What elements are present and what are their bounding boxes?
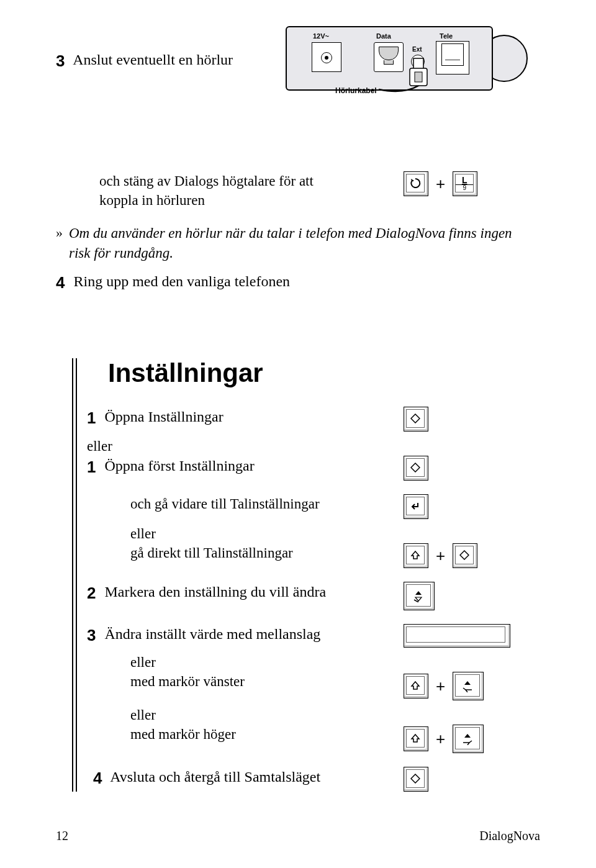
diamond-icon [459,550,469,560]
plus-icon: + [436,730,445,749]
step3-title: Anslut eventuellt en hörlur [73,52,233,68]
enter-icon [410,500,421,512]
space-key [404,624,510,648]
or-2: eller [130,524,540,543]
step3-desc-l1: och stäng av Dialogs högtalare för att [99,171,404,191]
note-text: Om du använder en hörlur när du talar i … [69,224,528,262]
s4-text: Avsluta och återgå till Samtalsläget [110,769,320,785]
cable-label: Hörlurkabel [335,86,377,95]
step3-num: 3 [56,50,65,72]
diamond-key-2 [404,456,428,481]
step3-desc-l2: koppla in hörluren [99,191,404,210]
l9-key: L 9 [453,171,477,196]
shift-key-3 [404,726,428,751]
port-12v [312,42,341,72]
loop-icon [410,178,421,189]
up-left-icon [461,679,474,692]
s2-text: Markera den inställning du vill ändra [104,584,326,600]
or-3: eller [130,653,540,672]
shift-icon [410,550,420,560]
step4-text: Ring upp med den vanliga telefonen [73,273,290,289]
down-right-icon [412,589,425,602]
down-right-icon [461,731,474,745]
step4-num: 4 [56,271,65,294]
port-ext-label: Ext [412,46,422,53]
enter-key [404,494,428,519]
s3b-text: med markör vänster [130,672,404,691]
diamond-key [404,407,428,432]
s4-num: 4 [93,767,102,789]
s3c-text: med markör höger [130,725,404,744]
cable-plug: Hörlurkabel [397,63,522,115]
down-key [404,582,435,610]
section-heading: Inställningar [108,358,540,388]
diamond-icon [410,463,420,472]
loop-key [404,171,428,196]
shift-key-2 [404,674,428,698]
port-data-label: Data [376,32,391,40]
s1-num: 1 [87,407,96,429]
diamond-key-3 [453,543,477,568]
diamond-icon [410,414,420,423]
note-chevron: » [56,224,63,262]
s1b-text: Öppna först Inställningar [104,458,254,474]
plus-icon: + [436,174,445,194]
svg-rect-2 [415,72,422,82]
plus-icon: + [436,546,445,566]
shift-icon [410,733,420,743]
shift-icon [410,680,420,690]
diamond-key-4 [404,767,428,792]
shift-key [404,543,428,568]
diamond-icon [410,774,420,784]
s1-text: Öppna Inställningar [104,409,223,425]
plus-icon: + [436,677,445,696]
port-tele-label: Tele [440,32,453,40]
s2-num: 2 [87,582,96,604]
s3-num: 3 [87,624,96,646]
up-left-key [453,672,484,700]
s1b-num: 1 [87,456,96,478]
page-number: 12 [56,829,68,843]
s3-text: Ändra inställt värde med mellanslag [104,626,320,642]
down-right-key [453,725,484,753]
or-4: eller [130,705,540,725]
s1c-text: och gå vidare till Talinställningar [130,494,404,513]
or-1: eller [87,436,540,456]
port-12v-label: 12V~ [313,32,329,40]
footer-product: DialogNova [479,829,540,843]
s1d-text: gå direkt till Talinställningar [130,543,404,563]
